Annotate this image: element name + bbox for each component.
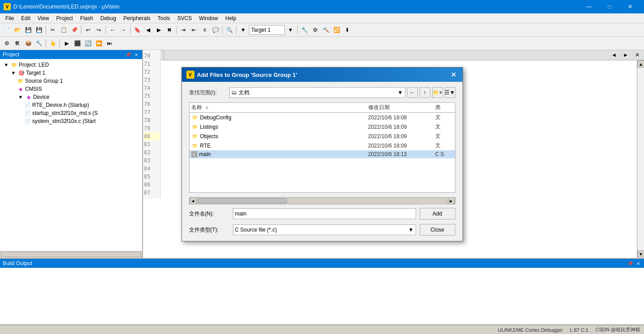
filetype-arrow-icon: ▼ bbox=[408, 227, 414, 233]
item-name: main bbox=[199, 151, 368, 157]
nav-up-button[interactable]: ↑ bbox=[420, 87, 430, 98]
view-mode-button[interactable]: ☰▼ bbox=[445, 87, 455, 98]
filename-label: 文件名(N): bbox=[189, 210, 229, 218]
col-name-header[interactable]: 名称 ∧ bbox=[191, 104, 368, 111]
file-list-header: 名称 ∧ 修改日期 类 bbox=[189, 102, 455, 112]
file-list-hscroll[interactable]: ◄ ► bbox=[189, 197, 455, 204]
item-name: Listings bbox=[200, 124, 368, 130]
item-date: 2022/10/6 18:13 bbox=[368, 151, 435, 157]
item-date: 2022/10/6 18:09 bbox=[368, 124, 435, 130]
scroll-right-arrow[interactable]: ► bbox=[448, 197, 455, 204]
dialog-overlay: V Add Files to Group 'Source Group 1' ✕ … bbox=[0, 0, 644, 334]
c-file-icon: c bbox=[191, 151, 198, 157]
scroll-left-arrow[interactable]: ◄ bbox=[189, 197, 197, 204]
dialog-title-bar: V Add Files to Group 'Source Group 1' ✕ bbox=[182, 68, 463, 82]
dialog-body: 查找范围(I): 🗂 文档 ▼ ← ↑ 📁+ ☰▼ 名称 bbox=[182, 82, 463, 241]
item-name: DebugConfig bbox=[200, 114, 368, 121]
item-date: 2022/10/6 18:09 bbox=[368, 133, 435, 140]
create-folder-button[interactable]: 📁+ bbox=[432, 87, 443, 98]
filetype-row: 文件类型(T): C Source file (*.c) ▼ Close bbox=[189, 224, 455, 236]
filename-row: 文件名(N): Add bbox=[189, 208, 455, 220]
filetype-select[interactable]: C Source file (*.c) ▼ bbox=[233, 224, 416, 235]
item-type: 文 bbox=[435, 123, 453, 131]
item-name: RTE bbox=[200, 143, 368, 149]
folder-icon: 📁 bbox=[191, 114, 198, 121]
item-date: 2022/10/6 18:08 bbox=[368, 114, 435, 121]
item-type: 文 bbox=[435, 132, 453, 140]
file-list[interactable]: 📁 DebugConfig 2022/10/6 18:08 文 📁 Listin… bbox=[189, 112, 455, 193]
folder-icon: 📁 bbox=[191, 143, 198, 149]
close-button[interactable]: Close bbox=[420, 224, 455, 236]
col-type-header: 类 bbox=[435, 104, 453, 111]
location-row: 查找范围(I): 🗂 文档 ▼ ← ↑ 📁+ ☰▼ bbox=[189, 87, 455, 98]
location-folder-icon: 🗂 bbox=[232, 89, 237, 96]
filetype-label: 文件类型(T): bbox=[189, 226, 229, 234]
hscroll-thumb[interactable] bbox=[198, 198, 287, 203]
item-date: 2022/10/6 18:09 bbox=[368, 143, 435, 149]
folder-icon: 📁 bbox=[191, 124, 198, 130]
list-item[interactable]: 📁 Listings 2022/10/6 18:09 文 bbox=[189, 122, 455, 131]
list-item[interactable]: 📁 DebugConfig 2022/10/6 18:08 文 bbox=[189, 113, 455, 122]
list-item[interactable]: 📁 Objects 2022/10/6 18:09 文 bbox=[189, 131, 455, 141]
item-type: C S bbox=[435, 151, 453, 157]
location-value: 文档 bbox=[239, 89, 249, 97]
location-dropdown[interactable]: 🗂 文档 ▼ bbox=[229, 87, 405, 98]
dialog-close-icon[interactable]: ✕ bbox=[449, 70, 458, 79]
list-item-selected[interactable]: c main 2022/10/6 18:13 C S bbox=[189, 150, 455, 158]
filename-input[interactable] bbox=[233, 208, 416, 219]
dropdown-arrow-icon: ▼ bbox=[398, 89, 403, 96]
nav-back-button[interactable]: ← bbox=[407, 87, 418, 98]
item-type: 文 bbox=[435, 142, 453, 149]
dialog-icon: V bbox=[186, 71, 194, 79]
dialog-title-text: Add Files to Group 'Source Group 1' bbox=[197, 72, 297, 78]
add-button[interactable]: Add bbox=[420, 208, 455, 220]
item-name: Objects bbox=[200, 133, 368, 140]
location-bar: 🗂 文档 ▼ ← ↑ 📁+ ☰▼ bbox=[229, 87, 455, 98]
location-label: 查找范围(I): bbox=[189, 89, 229, 97]
filetype-value: C Source file (*.c) bbox=[235, 227, 277, 233]
folder-icon: 📁 bbox=[191, 133, 198, 140]
sort-arrow-icon: ∧ bbox=[205, 105, 208, 110]
col-date-header: 修改日期 bbox=[368, 104, 435, 111]
item-type: 文 bbox=[435, 114, 453, 121]
list-item[interactable]: 📁 RTE 2022/10/6 18:09 文 bbox=[189, 141, 455, 150]
add-files-dialog: V Add Files to Group 'Source Group 1' ✕ … bbox=[181, 67, 463, 241]
